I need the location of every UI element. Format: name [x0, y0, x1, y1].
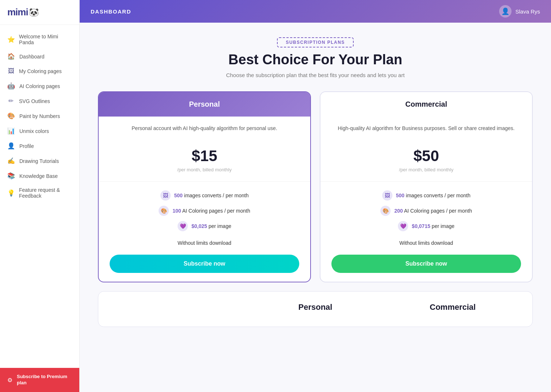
- plan-body-commercial: High-quality AI algorithm for Business p…: [320, 117, 532, 282]
- feature-icon: 💜: [398, 221, 408, 231]
- plan-price-amount-commercial: $50: [413, 147, 439, 164]
- unmix-colors-icon: 📊: [7, 127, 15, 135]
- feature-text: 200 AI Coloring pages / per month: [394, 208, 472, 214]
- plan-card-commercial: Commercial High-quality AI algorithm for…: [320, 91, 533, 282]
- svg-outlines-icon: ✏: [7, 97, 15, 105]
- sidebar-item-my-coloring[interactable]: 🖼 My Coloring pages: [0, 64, 79, 79]
- plan-feature: 🖼 500 images converts / per month: [110, 190, 299, 201]
- plan-card-personal: Personal Personal account with AI high-q…: [98, 91, 311, 282]
- logo-icon: 🐼: [29, 8, 39, 17]
- plan-price-period-personal: /per month, billed monthly: [110, 167, 299, 172]
- feature-icon: 🖼: [160, 190, 171, 201]
- feature-icon: 🎨: [380, 206, 391, 216]
- sidebar-item-paint-by-numbers[interactable]: 🎨 Paint by Numbers: [0, 109, 79, 123]
- header-title: DASHBOARD: [91, 8, 131, 15]
- plan-price-personal: $15: [110, 147, 299, 165]
- page-subtitle: Choose the subscription plan that the be…: [98, 72, 533, 78]
- sidebar-item-label-profile: Profile: [19, 143, 34, 149]
- comparison-col-personal: Personal: [247, 302, 384, 312]
- plan-price-amount-personal: $15: [191, 147, 217, 164]
- footer-subscribe-label: Subscribe to Premium plan: [17, 374, 72, 386]
- subscription-badge: SUBSCRIPTION PLANS: [277, 37, 354, 47]
- feature-text: 100 AI Coloring pages / per month: [172, 208, 250, 214]
- plan-price-period-commercial: /per month, billed monthly: [331, 167, 521, 172]
- plan-feature: 💜 $0,0715 per image: [331, 221, 521, 231]
- plan-features-commercial: 🖼 500 images converts / per month 🎨 200 …: [331, 190, 521, 231]
- plan-feature: 🖼 500 images converts / per month: [331, 190, 521, 201]
- feature-text: 500 images converts / per month: [174, 193, 249, 198]
- profile-icon: 👤: [7, 142, 15, 150]
- footer-gear-icon: ⚙: [7, 377, 12, 384]
- plan-body-personal: Personal account with AI high-quality al…: [99, 117, 310, 282]
- sidebar-item-profile[interactable]: 👤 Profile: [0, 138, 79, 153]
- main-content: DASHBOARD 👤 Slava Rys SUBSCRIPTION PLANS…: [80, 0, 551, 392]
- plan-feature: 🎨 200 AI Coloring pages / per month: [331, 206, 521, 216]
- feature-text: 500 images converts / per month: [396, 193, 471, 198]
- user-menu[interactable]: 👤 Slava Rys: [499, 5, 540, 18]
- sidebar-item-label-ai-coloring: AI Coloring pages: [19, 83, 60, 89]
- feature-icon: 💜: [178, 221, 188, 231]
- dashboard-icon: 🏠: [7, 53, 15, 60]
- plan-description-commercial: High-quality AI algorithm for Business p…: [331, 125, 521, 140]
- plans-grid: Personal Personal account with AI high-q…: [98, 91, 533, 282]
- plan-feature: 🎨 100 AI Coloring pages / per month: [110, 206, 299, 216]
- logo-text: mimi: [7, 7, 28, 18]
- feature-request-icon: 💡: [7, 189, 15, 197]
- plan-divider-personal: [99, 181, 310, 182]
- sidebar-item-label-knowledge-base: Knowledge Base: [19, 173, 58, 179]
- sidebar-logo: mimi 🐼: [0, 0, 79, 25]
- feature-icon: 🖼: [382, 190, 392, 201]
- sidebar-item-ai-coloring[interactable]: 🤖 AI Coloring pages: [0, 79, 79, 94]
- sidebar-item-svg-outlines[interactable]: ✏ SVG Outlines: [0, 94, 79, 109]
- sidebar-item-label-dashboard: Dashboard: [19, 54, 45, 60]
- sidebar-item-dashboard[interactable]: 🏠 Dashboard: [0, 49, 79, 64]
- user-name: Slava Rys: [515, 8, 540, 15]
- header: DASHBOARD 👤 Slava Rys: [80, 0, 551, 23]
- plan-description-personal: Personal account with AI high-quality al…: [110, 125, 299, 140]
- sidebar-item-label-unmix-colors: Unmix colors: [19, 128, 49, 134]
- drawing-tutorials-icon: ✍: [7, 157, 15, 165]
- sidebar-item-label-welcome: Welcome to Mimi Panda: [19, 34, 72, 45]
- sidebar-item-label-drawing-tutorials: Drawing Tutorials: [19, 158, 59, 164]
- page-title: Best Choice For Your Plan: [98, 52, 533, 68]
- subscribe-premium-button[interactable]: ⚙ Subscribe to Premium plan: [0, 368, 79, 392]
- feature-text: $0,0715 per image: [412, 223, 455, 229]
- sidebar-nav: ⭐ Welcome to Mimi Panda 🏠 Dashboard 🖼 My…: [0, 25, 79, 368]
- welcome-icon: ⭐: [7, 36, 15, 43]
- plan-divider-commercial: [320, 181, 532, 182]
- plan-name-commercial: Commercial: [331, 100, 521, 109]
- feature-icon: 🎨: [159, 206, 169, 216]
- sidebar: mimi 🐼 ⭐ Welcome to Mimi Panda 🏠 Dashboa…: [0, 0, 80, 392]
- sidebar-item-unmix-colors[interactable]: 📊 Unmix colors: [0, 123, 79, 138]
- plan-name-personal: Personal: [110, 100, 299, 109]
- plan-download-commercial: Without limits download: [331, 240, 521, 246]
- content-area: SUBSCRIPTION PLANS Best Choice For Your …: [80, 23, 551, 392]
- plan-header-personal: Personal: [99, 92, 310, 117]
- plan-feature: 💜 $0,025 per image: [110, 221, 299, 231]
- comparison-col-empty: [109, 302, 247, 312]
- sidebar-item-welcome[interactable]: ⭐ Welcome to Mimi Panda: [0, 30, 79, 49]
- plan-price-commercial: $50: [331, 147, 521, 165]
- sidebar-item-label-svg-outlines: SVG Outlines: [19, 98, 50, 104]
- sidebar-item-label-feature-request: Feature request & Feedback: [19, 187, 72, 199]
- sidebar-item-knowledge-base[interactable]: 📚 Knowledge Base: [0, 168, 79, 183]
- subscribe-button-commercial[interactable]: Subscribe now: [331, 255, 521, 273]
- knowledge-base-icon: 📚: [7, 172, 15, 180]
- plan-header-commercial: Commercial: [320, 92, 532, 117]
- ai-coloring-icon: 🤖: [7, 82, 15, 90]
- comparison-section: Personal Commercial: [98, 291, 533, 327]
- subscription-label: SUBSCRIPTION PLANS: [98, 37, 533, 47]
- avatar: 👤: [499, 5, 512, 18]
- comparison-header: Personal Commercial: [109, 302, 521, 312]
- sidebar-item-label-paint-by-numbers: Paint by Numbers: [19, 113, 60, 119]
- paint-by-numbers-icon: 🎨: [7, 112, 15, 120]
- plan-download-personal: Without limits download: [110, 240, 299, 246]
- feature-text: $0,025 per image: [191, 223, 231, 229]
- subscribe-button-personal[interactable]: Subscribe now: [110, 255, 299, 273]
- my-coloring-icon: 🖼: [7, 68, 15, 75]
- plan-features-personal: 🖼 500 images converts / per month 🎨 100 …: [110, 190, 299, 231]
- sidebar-item-feature-request[interactable]: 💡 Feature request & Feedback: [0, 183, 79, 202]
- sidebar-item-drawing-tutorials[interactable]: ✍ Drawing Tutorials: [0, 153, 79, 168]
- comparison-col-commercial: Commercial: [384, 302, 521, 312]
- sidebar-item-label-my-coloring: My Coloring pages: [19, 68, 62, 74]
